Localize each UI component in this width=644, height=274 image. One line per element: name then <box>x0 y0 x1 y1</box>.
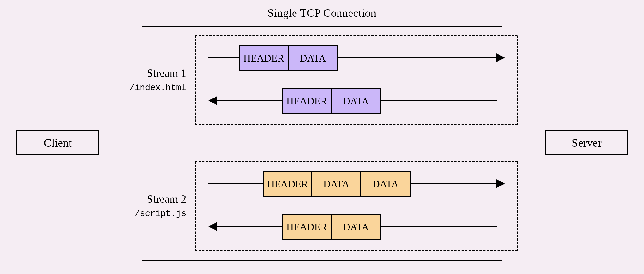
stream-1-request-arrowhead-icon <box>496 53 505 62</box>
server-node: Server <box>545 130 628 155</box>
client-node: Client <box>16 130 99 155</box>
frame-data: DATA <box>312 172 361 196</box>
stream-2-resource: /script.js <box>124 209 186 219</box>
stream-2-response-frames: HEADER DATA <box>282 214 381 240</box>
diagram-canvas: Single TCP Connection Client Server Stre… <box>0 0 644 274</box>
tcp-bottom-line <box>142 261 502 261</box>
stream-2-response-arrowhead-icon <box>208 222 217 231</box>
stream-2-name: Stream 2 <box>124 193 186 205</box>
diagram-title: Single TCP Connection <box>0 7 644 19</box>
stream-1-name: Stream 1 <box>124 67 186 79</box>
stream-1-request-frames: HEADER DATA <box>239 45 338 71</box>
tcp-top-line <box>142 26 502 27</box>
frame-data: DATA <box>332 215 380 239</box>
frame-header: HEADER <box>283 89 332 113</box>
stream-1-response-frames: HEADER DATA <box>282 88 381 114</box>
frame-header: HEADER <box>283 215 332 239</box>
frame-data: DATA <box>332 89 380 113</box>
stream-1-response-arrowhead-icon <box>208 96 217 105</box>
stream-1-resource: /index.html <box>124 83 186 93</box>
stream-2-request-arrowhead-icon <box>496 179 505 188</box>
frame-data: DATA <box>361 172 410 196</box>
frame-data: DATA <box>288 46 337 70</box>
stream-2-request-frames: HEADER DATA DATA <box>263 171 411 197</box>
server-label: Server <box>572 136 602 149</box>
frame-header: HEADER <box>240 46 288 70</box>
frame-header: HEADER <box>264 172 312 196</box>
client-label: Client <box>44 136 72 149</box>
